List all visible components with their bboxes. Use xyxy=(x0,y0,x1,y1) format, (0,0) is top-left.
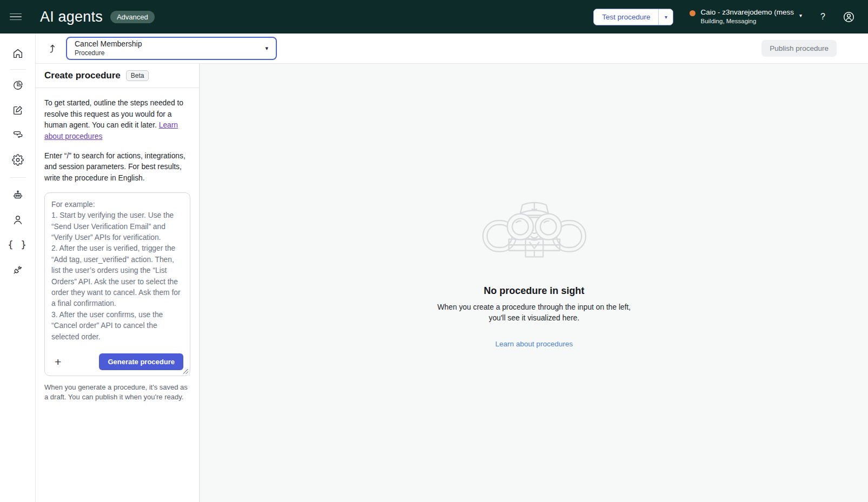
nav-rail: { } xyxy=(0,34,36,502)
person-circle-icon xyxy=(843,11,855,23)
empty-state-description: When you create a procedure through the … xyxy=(434,302,634,324)
sailor-binoculars-illustration xyxy=(479,196,589,260)
sidebar-item-settings[interactable] xyxy=(5,148,30,172)
plus-icon: + xyxy=(55,356,61,368)
app-header: AI agents Advanced Test procedure ▾ Caio… xyxy=(0,0,868,34)
workspace-status-dot xyxy=(690,10,695,16)
menu-icon[interactable] xyxy=(10,14,22,21)
chevron-down-icon: ▾ xyxy=(265,45,268,52)
empty-state-title: No procedure in sight xyxy=(434,285,634,297)
resize-handle[interactable] xyxy=(183,369,189,374)
person-icon xyxy=(12,214,24,226)
rail-divider xyxy=(10,69,26,70)
chevron-down-icon: ▾ xyxy=(665,14,667,20)
robot-icon xyxy=(12,189,24,201)
advanced-badge: Advanced xyxy=(110,11,155,23)
home-icon xyxy=(12,48,24,59)
procedure-input[interactable]: For example: 1. Start by verifying the u… xyxy=(44,192,190,376)
curly-braces-icon: { } xyxy=(8,239,28,250)
procedure-toolbar: Cancel Membership Procedure ▾ Publish pr… xyxy=(36,34,868,64)
sidebar-item-reports[interactable] xyxy=(5,73,30,98)
workspace-status: Building, Messaging xyxy=(700,17,794,25)
sidebar-item-people[interactable] xyxy=(5,208,30,232)
chevron-down-icon: ▾ xyxy=(799,12,802,18)
publish-procedure-button[interactable]: Publish procedure xyxy=(761,40,837,57)
procedure-input-placeholder: For example: 1. Start by verifying the u… xyxy=(51,199,183,348)
beta-badge: Beta xyxy=(126,70,149,81)
draft-note: When you generate a procedure, it's save… xyxy=(44,383,190,402)
sidebar-item-integrations[interactable] xyxy=(5,257,30,282)
test-procedure-button[interactable]: Test procedure xyxy=(594,9,658,25)
arrow-up-back-icon xyxy=(47,43,58,55)
chat-bubbles-icon xyxy=(12,129,24,141)
procedure-select[interactable]: Cancel Membership Procedure ▾ xyxy=(66,37,277,60)
sidebar-item-compose[interactable] xyxy=(5,98,30,123)
sidebar-item-ai-agent[interactable] xyxy=(5,183,30,208)
add-attachment-button[interactable]: + xyxy=(51,356,64,367)
plug-icon xyxy=(12,264,24,276)
intro-paragraph: To get started, outline the steps needed… xyxy=(44,98,190,143)
test-procedure-split-button: Test procedure ▾ xyxy=(593,9,673,25)
rail-divider xyxy=(10,177,26,178)
page-title: AI agents xyxy=(40,9,103,25)
learn-about-procedures-link-main[interactable]: Learn about procedures xyxy=(495,340,573,348)
procedure-canvas: No procedure in sight When you create a … xyxy=(200,64,868,502)
input-actions: + Generate procedure xyxy=(51,353,183,370)
help-button[interactable]: ? xyxy=(820,12,825,22)
account-button[interactable] xyxy=(843,11,855,23)
procedure-select-value: Cancel Membership xyxy=(75,39,265,49)
panel-title: Create procedure xyxy=(44,70,121,81)
procedure-select-type: Procedure xyxy=(75,49,265,57)
test-procedure-dropdown-button[interactable]: ▾ xyxy=(658,9,673,25)
panel-body: To get started, outline the steps needed… xyxy=(36,88,199,412)
generate-procedure-button[interactable]: Generate procedure xyxy=(99,353,183,370)
sidebar-item-home[interactable] xyxy=(5,41,30,66)
sidebar-item-code[interactable]: { } xyxy=(5,232,30,257)
back-button[interactable] xyxy=(43,39,62,58)
workspace-switcher[interactable]: Caio - z3nvarejodemo (mess Building, Mes… xyxy=(690,8,802,25)
sidebar-item-conversations[interactable] xyxy=(5,123,30,148)
compose-icon xyxy=(12,104,24,116)
workspace-name: Caio - z3nvarejodemo (mess xyxy=(700,8,794,17)
create-procedure-panel: Create procedure Beta To get started, ou… xyxy=(36,64,200,502)
hint-paragraph: Enter “/” to search for actions, integra… xyxy=(44,151,190,184)
pie-chart-icon xyxy=(12,79,24,91)
empty-state: No procedure in sight When you create a … xyxy=(434,196,634,349)
panel-header: Create procedure Beta xyxy=(36,64,199,88)
gear-icon xyxy=(12,154,24,166)
